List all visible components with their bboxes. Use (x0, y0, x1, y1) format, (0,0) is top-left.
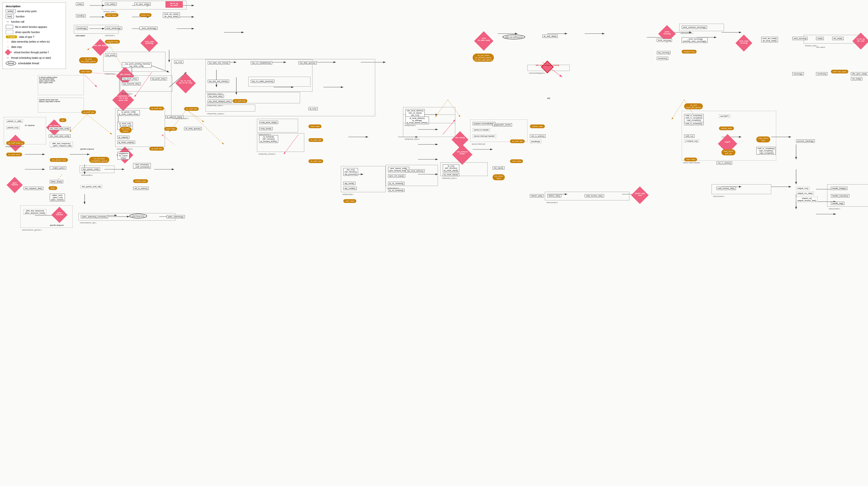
legend-label-data: data of type T (19, 36, 34, 38)
label-net-core-dev-bridge: net/core/dev.c (829, 208, 840, 210)
fn-pfifo-fast-dequeue: pfifo_fast_dequeue()qdisc_dequeue_head() (24, 209, 46, 215)
fn-tcp-ack-snd-check: tcp_ack_snd_check() (208, 80, 229, 83)
label-net-ipv4-ip-output: net/ipv4/ip_output.c (117, 148, 133, 150)
oval-sk-buff-right: sk_buff* skb (510, 139, 525, 143)
oval-char-data-napt: char* data (684, 158, 697, 161)
label-ip-forward: net/ipv4/ip_forward.c (258, 153, 276, 155)
fn-napi-rx-complete: netif_rx_complete()napi_complete()_napi_… (756, 147, 776, 154)
oval-char-data-ip: char* data (164, 127, 177, 131)
label-net-ipv4-tcp: net/ipv4/tcp.c (105, 73, 116, 75)
legend-symbol-ownership: → (6, 39, 9, 44)
legend-label-function: function (16, 15, 25, 18)
oval-sk-buff-input-pkt-queue: sk_buffinput_pkt_queue (684, 103, 703, 109)
fn-icmp-push-reply: icmp_push_reply() (259, 121, 278, 124)
fn-netif-schedule: netif_schedule()_netif_schedule() (133, 163, 151, 169)
legend-label-driver: driver-specific function (15, 31, 40, 34)
fn-ipmr-lower: ip_mr_forward() (388, 189, 405, 192)
fn-icmp-send: icmp_send() (259, 127, 273, 130)
legend-label-call: function call (11, 21, 24, 23)
legend-item-thread-sched: → thread scheduling (wake-up or start) (6, 56, 63, 60)
label-net-core-dev-netif: net/core/dev.c (713, 195, 725, 197)
legend-symbol-f: f (11, 51, 12, 54)
oval-char-data-arp: char* data (343, 199, 356, 203)
oval-msghdr-msg-right: msghdr msg (682, 50, 696, 54)
fn-ip-local-deliver: ip_local_deliver()ip_defrag()ip_local_de… (405, 116, 429, 124)
fn-ip-rcv-raw: ip_rcv() (309, 107, 318, 110)
fn-ip-rcv: ip_rcv() (174, 60, 183, 64)
fn-raw-local-deliver: raw_local_deliver()raw_v4_input()raw_rcv… (405, 109, 425, 117)
fn-recvfrom: recvfrom() (816, 72, 828, 76)
oval-sk-buff-skb-tcp: sk_buff* skb (232, 99, 247, 103)
fn-handle-macvlan: handle_macvlan() (831, 194, 849, 197)
main-container: description write() kernel entry point f… (0, 0, 868, 486)
fn-process-backlog: process_backlog() (796, 139, 815, 143)
fn-tcp-data-snd-check: tcp_data_snd_check() (208, 61, 230, 64)
fn-raw-local-deliver-2: raw_local_deliver() (405, 169, 425, 173)
label-net-core-datagram: net/core/datagram.c (529, 72, 546, 74)
oval-softnet-data-left: softnet_data (133, 179, 148, 183)
legend-label-file: file in which function appears (15, 26, 47, 28)
legend-symbol-copy: → (6, 45, 9, 49)
fn-dst-input: dst_input() (493, 166, 504, 170)
fn-ip-queue-xmit: ip_queue_xmit()ip_route_output_flow() (117, 110, 140, 116)
fn-netif-rx-schedule-2: netif_rx_schedule() (684, 122, 704, 125)
legend-item-call: → function call (6, 20, 63, 24)
fn-tcp-rcv-established: tcp_rcv_established() (251, 61, 272, 64)
fn-underscore-sock-sendmsg: _sock_sendmsg() (139, 27, 157, 30)
oval-edt-dev-base: edt** dev_base (831, 70, 848, 74)
fn-sendto: sendto() (76, 14, 86, 18)
legend-symbol-file (6, 25, 13, 29)
grp-specific-xmit: specific device start xmit(async) copy d… (38, 97, 84, 113)
label-net-packet: net/packet/af_packet.c (5, 145, 24, 148)
oval-dev-left: dev (59, 118, 66, 122)
oval-softnet-data-right: softnet_data (530, 124, 545, 128)
fn-netpoll-rx: netpoll_rx()netpoll_receive_skb() (796, 197, 817, 202)
oval-char-base: char* base (105, 13, 118, 17)
label-net-socket-c: net/socket.c (105, 34, 115, 37)
grp-net-sched: net/sched/sch_generic.c (21, 205, 73, 228)
oval-iovec-iov: iovec_iov (139, 13, 152, 17)
legend-label-thread-sched: thread scheduling (wake-up or start) (11, 57, 51, 59)
fn-recvfrom-right: recvfrom() (657, 57, 668, 60)
fn-dbc-sync-read: dbc_sync_read() (851, 72, 868, 76)
oval-sk-buff-skb-neigh: sk_buff* skb (149, 147, 164, 151)
fn-underscore-sock-recvmsg: __sock_recvmsg()(security_sock_recvmsg()… (682, 37, 708, 43)
fn-ip-output: ip_output() (117, 136, 129, 139)
label-ip-input-2: net/ipv4/ip_input.c (442, 177, 457, 179)
fn-device-interrupt-handler: device interrupt handler (473, 135, 496, 138)
fn-netpoll-rcv: netpoll_rcv() (796, 187, 809, 190)
fn-sock-aio-read: sock_aio_read()do_local_read() (761, 37, 778, 42)
fn-sock-sendmsg: sock_sendmsg() (105, 27, 122, 30)
fn-netpoll-rx: (=netpoll_rx()) (684, 139, 699, 143)
fn-recvmsg: recvmsg() (793, 72, 804, 76)
oval-char-data-right: char* data (510, 159, 523, 163)
fn-vfs-write: vfs_write() (105, 2, 117, 6)
fn-netif-receive-skb: netif_receive_skb() (585, 194, 604, 197)
legend-label-kernel: kernel entry point (18, 10, 37, 13)
fn-net-rx-action: net_rx_action() (530, 135, 546, 138)
label-net-core-dev: net/core/dev.c (81, 174, 93, 176)
fn-handle-bridge: handle_bridge() (831, 187, 847, 190)
legend-item-copy: → data copy (6, 45, 63, 49)
oval-sk-buf-head-receive: sk_buf_headsk_receive_queuesk_arp_wait_q… (473, 54, 494, 62)
oval-char-data-top: char* data (79, 70, 92, 74)
label-dma-note: in device polling routinefree skb when D… (38, 76, 84, 84)
oval-napt-struct-poll: napt_structpoll (756, 137, 770, 142)
svg-line-42 (87, 115, 112, 135)
fn-ipmr-mrt-input: ipmr_mrt_input() (388, 174, 405, 177)
legend-item-virtual: f virtual function through pointer f (6, 50, 63, 55)
fn-qdisc-run: qdisc_run()_qdisc_run()qdisc_restart() (50, 194, 65, 201)
legend-title: description (6, 5, 63, 8)
fn-tcp-transmit-skb: tcp_transmit_skb() (122, 82, 141, 85)
grp-tcp-input-main: net/ipv4/tcp_input.c (171, 59, 375, 116)
fn-neighbour: neighbour/hn_cacheoutput (117, 152, 129, 160)
fn-netif-receive-skb-right: netif_receive_skb() (716, 187, 736, 190)
label-net-ipv4-tcp-c: net/ipv4/tcp.c (122, 93, 133, 95)
fn-ip-finish-output: ip_finish_output() (117, 141, 135, 144)
legend-symbol-driver (6, 30, 13, 34)
oval-sk-buff-ipmr: sk_buff* skb (309, 159, 323, 163)
fn-dev-hard-start-xmit: dev_hard_start_xmit() (49, 127, 71, 130)
legend-symbol-call: → (6, 20, 9, 24)
label-ip-input: net/ipv4/ip_input.c (405, 138, 420, 140)
label-net-core-dev-rcv: net/core/dev.c (546, 201, 558, 204)
